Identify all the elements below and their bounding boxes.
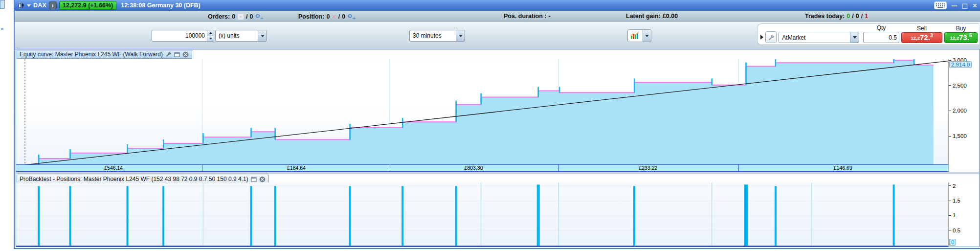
chevron-down-icon[interactable] xyxy=(456,30,465,41)
latent-gain-value: £0.00 xyxy=(663,13,678,20)
chart-type-button[interactable] xyxy=(627,29,643,42)
equity-chart-area[interactable] xyxy=(16,59,948,164)
buy-button[interactable]: 12,273.5 xyxy=(944,32,978,43)
background-window-fragment xyxy=(0,0,5,9)
dax-chart-window: DAX i 12,272.9 (+1.66%) 12:38:08 Germany… xyxy=(14,0,980,249)
equity-price-scale[interactable]: 2,914.0 1,5002,0002,5003,000 xyxy=(948,59,979,164)
positions-scale[interactable]: 0 0.511.52 xyxy=(948,183,979,247)
buy-label: Buy xyxy=(956,25,966,32)
charts-container: Equity curve: Master Phoenix L245 WF (Wa… xyxy=(16,49,980,247)
candlestick-chart-icon xyxy=(18,2,24,9)
position-count: 0 xyxy=(326,13,330,20)
timeframe-select[interactable]: 30 minutes xyxy=(409,30,465,42)
sell-price-main: 72. xyxy=(920,33,930,43)
quantity-input[interactable]: 100000 xyxy=(152,30,214,42)
walk-forward-axis-strip: £546.14£184.64£803.30£233.22£146.69 xyxy=(16,164,948,172)
slash-separator: / xyxy=(861,13,863,20)
duration-value: - xyxy=(549,13,551,20)
y-tick-label: 1 xyxy=(949,212,956,218)
keyboard-icon[interactable] xyxy=(934,1,947,9)
position-duration-status: Pos. duration : - xyxy=(504,13,551,20)
cancel-orders-icon[interactable]: ✕ xyxy=(237,13,244,20)
instrument-dropdown-icon[interactable] xyxy=(27,4,31,7)
left-gutter xyxy=(0,0,14,251)
status-row: Orders: 0 ✕ / 0 ⚙+ Position: 0 ✕ / 0 ⚙+ … xyxy=(15,11,980,22)
price-badge: 12,272.9 (+1.66%) xyxy=(59,1,116,10)
slash-separator: / xyxy=(338,13,340,20)
equity-x-axis: £546.14£184.64£803.30£233.22£146.69 xyxy=(16,164,979,172)
detach-window-icon[interactable] xyxy=(174,51,180,58)
latent-gain-label: Latent gain: xyxy=(626,13,661,20)
chevron-down-icon[interactable] xyxy=(258,30,267,41)
order-settings-button[interactable] xyxy=(765,31,777,43)
chart-type-dropdown-icon[interactable] xyxy=(643,29,651,42)
minimize-icon[interactable]: — xyxy=(951,2,958,9)
instrument-symbol: DAX xyxy=(33,2,46,9)
equity-panel-title: Equity curve: Master Phoenix L245 WF (Wa… xyxy=(20,51,163,58)
trades-lost-count: 1 xyxy=(865,13,868,20)
time-and-market-label: 12:38:08 Germany 30 (DFB) xyxy=(121,2,200,9)
maximize-icon[interactable]: □ xyxy=(962,2,968,9)
positions-bars-plot xyxy=(16,183,948,246)
duration-label: Pos. duration : xyxy=(504,13,547,20)
positions-chart-area[interactable] xyxy=(16,183,948,247)
buy-column: Buy 12,273.5 xyxy=(944,25,978,43)
segment-profit-label: £803.30 xyxy=(465,165,483,171)
quantity-stepper[interactable] xyxy=(207,30,214,41)
sell-price-fraction: 3 xyxy=(930,33,933,39)
y-tick-label: 0.5 xyxy=(949,228,960,233)
orders-count-2: 0 xyxy=(250,13,253,20)
sell-price-prefix: 12,2 xyxy=(911,35,920,41)
segment-divider xyxy=(738,165,739,171)
segment-profit-label: £233.22 xyxy=(639,165,657,171)
orders-label: Orders: xyxy=(208,13,230,20)
segment-profit-label: £546.14 xyxy=(104,165,123,171)
qty-input[interactable]: 0.5 xyxy=(863,32,899,43)
qty-value[interactable]: 0.5 xyxy=(864,32,899,43)
y-tick-label: 2,500 xyxy=(949,83,967,89)
units-value: (x) units xyxy=(216,30,258,41)
sell-column: Sell 12,272.3 xyxy=(901,25,942,43)
timeframe-value: 30 minutes xyxy=(410,30,456,41)
equity-curve-plot xyxy=(16,59,948,164)
units-select[interactable]: (x) units xyxy=(215,30,267,42)
equity-last-value-badge: 2,914.0 xyxy=(949,61,972,68)
segment-divider xyxy=(390,165,390,171)
chevron-down-icon[interactable] xyxy=(850,32,859,43)
trades-won-count: 0 xyxy=(846,13,850,20)
y-tick-label: 2 xyxy=(949,183,956,189)
close-panel-icon[interactable] xyxy=(259,176,266,183)
wrench-icon[interactable] xyxy=(165,51,172,58)
positions-last-value-badge: 0 xyxy=(949,239,956,246)
segment-divider xyxy=(558,165,559,171)
order-type-value: AtMarket xyxy=(779,32,850,43)
y-tick-label: 2,000 xyxy=(949,108,967,114)
latent-gain-status: Latent gain: £0.00 xyxy=(626,13,678,20)
wrench-icon xyxy=(768,34,774,41)
window-titlebar[interactable]: DAX i 12,272.9 (+1.66%) 12:38:08 Germany… xyxy=(15,0,980,11)
detach-window-icon[interactable] xyxy=(250,176,257,183)
order-type-select[interactable]: AtMarket xyxy=(779,32,859,43)
buy-price-main: 73. xyxy=(959,33,969,43)
orders-settings-icon[interactable]: ⚙+ xyxy=(255,13,264,21)
position-status: Position: 0 ✕ / 0 ⚙+ xyxy=(298,13,356,21)
segment-divider xyxy=(202,165,202,171)
close-position-icon[interactable]: ✕ xyxy=(332,14,336,20)
segment-profit-label: £184.64 xyxy=(287,165,306,171)
trades-open-count: 0 xyxy=(856,13,859,20)
position-settings-icon[interactable]: ⚙+ xyxy=(347,13,356,21)
orders-status: Orders: 0 ✕ / 0 ⚙+ xyxy=(208,13,264,21)
info-icon[interactable]: i xyxy=(49,1,57,9)
qty-label: Qty xyxy=(877,25,886,31)
trades-today-status: Trades today: 0 / 0 / 1 xyxy=(805,13,868,20)
collapse-arrow-icon[interactable] xyxy=(760,35,763,40)
sell-button[interactable]: 12,272.3 xyxy=(901,32,942,43)
close-icon[interactable]: ✕ xyxy=(972,2,978,9)
trade-panel: AtMarket Qty 0.5 Sell 12,272.3 xyxy=(757,23,979,45)
positions-panel-title: ProBacktest - Positions: Master Phoenix … xyxy=(20,176,248,183)
buy-price-prefix: 12,2 xyxy=(950,35,959,41)
quantity-value[interactable]: 100000 xyxy=(152,30,207,41)
equity-panel-title-box[interactable]: Equity curve: Master Phoenix L245 WF (Wa… xyxy=(17,50,192,59)
close-panel-icon[interactable] xyxy=(182,51,189,58)
qty-column: Qty 0.5 xyxy=(863,25,899,43)
